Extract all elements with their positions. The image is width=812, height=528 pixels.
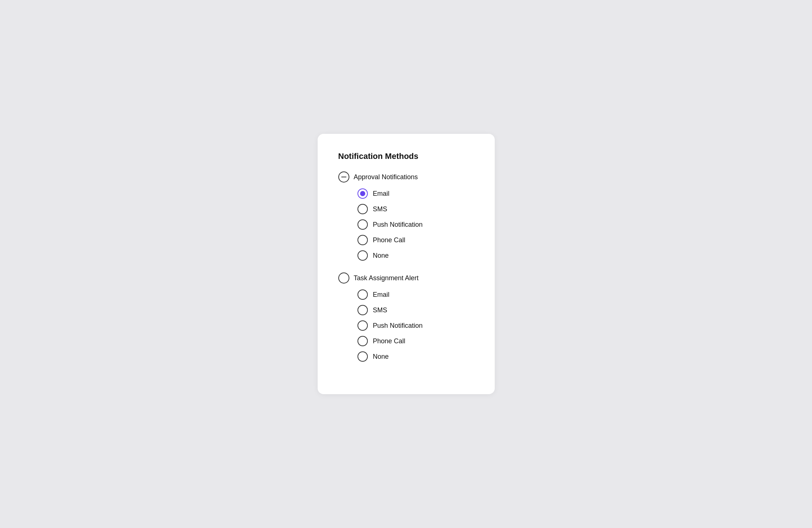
option-label-approval-sms: SMS: [373, 205, 387, 213]
radio-approval-email[interactable]: [357, 188, 368, 199]
option-label-approval-push: Push Notification: [373, 221, 423, 229]
minus-circle-icon: [338, 171, 349, 183]
option-label-task-none: None: [373, 353, 389, 361]
radio-inner-approval-email: [360, 191, 365, 196]
notification-methods-card: Notification Methods Approval Notificati…: [318, 134, 495, 394]
radio-task-sms[interactable]: [357, 305, 368, 315]
radio-task-email[interactable]: [357, 289, 368, 300]
radio-approval-phone[interactable]: [357, 235, 368, 245]
radio-approval-none[interactable]: [357, 250, 368, 261]
radio-task-push[interactable]: [357, 320, 368, 331]
section-header-approval-notifications: Approval Notifications: [338, 171, 474, 183]
option-label-task-phone: Phone Call: [373, 337, 405, 345]
option-item-task-phone[interactable]: Phone Call: [357, 336, 474, 346]
option-item-task-push[interactable]: Push Notification: [357, 320, 474, 331]
option-item-approval-phone[interactable]: Phone Call: [357, 235, 474, 245]
option-item-approval-none[interactable]: None: [357, 250, 474, 261]
radio-approval-push[interactable]: [357, 219, 368, 230]
option-item-approval-email[interactable]: Email: [357, 188, 474, 199]
option-item-task-email[interactable]: Email: [357, 289, 474, 300]
radio-task-phone[interactable]: [357, 336, 368, 346]
option-item-approval-push[interactable]: Push Notification: [357, 219, 474, 230]
options-list-task-assignment-alert: EmailSMSPush NotificationPhone CallNone: [338, 289, 474, 362]
option-label-task-email: Email: [373, 291, 390, 299]
option-label-approval-email: Email: [373, 190, 390, 198]
section-header-task-assignment-alert: Task Assignment Alert: [338, 272, 474, 284]
sections-container: Approval NotificationsEmailSMSPush Notif…: [338, 171, 474, 362]
section-approval-notifications: Approval NotificationsEmailSMSPush Notif…: [338, 171, 474, 261]
options-list-approval-notifications: EmailSMSPush NotificationPhone CallNone: [338, 188, 474, 261]
option-label-approval-none: None: [373, 252, 389, 260]
option-label-task-push: Push Notification: [373, 322, 423, 330]
option-label-approval-phone: Phone Call: [373, 236, 405, 244]
circle-icon: [338, 272, 349, 284]
option-item-approval-sms[interactable]: SMS: [357, 204, 474, 214]
section-task-assignment-alert: Task Assignment AlertEmailSMSPush Notifi…: [338, 272, 474, 362]
section-title-task-assignment-alert: Task Assignment Alert: [354, 274, 419, 282]
card-title: Notification Methods: [338, 152, 474, 161]
option-label-task-sms: SMS: [373, 306, 387, 314]
section-title-approval-notifications: Approval Notifications: [354, 173, 418, 181]
option-item-task-none[interactable]: None: [357, 351, 474, 362]
radio-task-none[interactable]: [357, 351, 368, 362]
radio-approval-sms[interactable]: [357, 204, 368, 214]
option-item-task-sms[interactable]: SMS: [357, 305, 474, 315]
